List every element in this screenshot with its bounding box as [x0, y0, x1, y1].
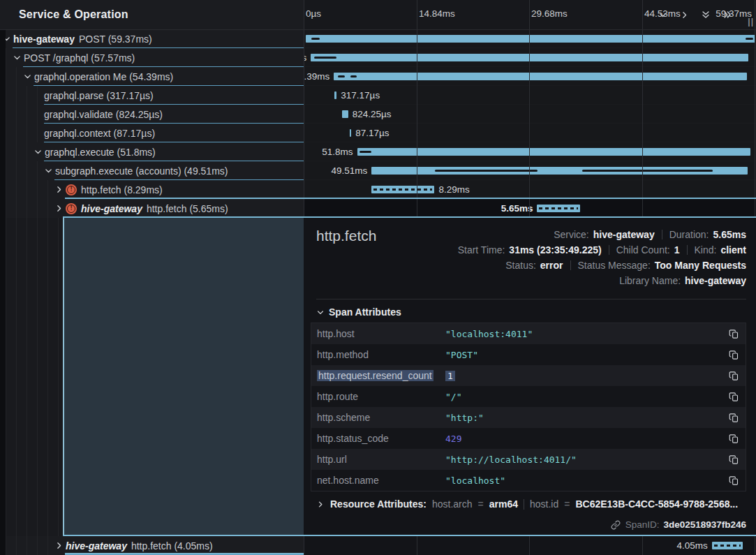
attribute-row: http.status_code429 — [311, 428, 746, 449]
span-operation-label: graphql.parse (317.17µs) — [44, 90, 154, 101]
indent-guide — [27, 105, 27, 124]
error-glyph: ! — [67, 186, 75, 194]
tree-row[interactable]: !hive-gatewayhttp.fetch (5.65ms) — [0, 199, 304, 218]
meta-label: Status Message: — [578, 260, 651, 271]
timeline-span-bar[interactable] — [334, 91, 336, 99]
timeline-span-bar[interactable] — [342, 110, 348, 118]
child-span-mark — [338, 75, 345, 77]
copy-icon[interactable] — [727, 474, 740, 487]
span-duration-label: 5.65ms — [501, 199, 533, 218]
copy-icon[interactable] — [727, 390, 740, 403]
link-icon[interactable] — [611, 519, 621, 530]
timeline-row: 51.8ms — [304, 142, 756, 161]
selected-span-expanded-area — [63, 218, 304, 536]
indent-guide — [16, 536, 17, 555]
left-panel-title: Service & Operation — [0, 8, 128, 21]
resource-attributes-title: Resource Attributes: — [330, 498, 427, 510]
chevron-down-icon[interactable] — [34, 147, 43, 156]
attribute-row: net.host.name"localhost" — [311, 470, 746, 491]
timeline-row: 87.17µs — [304, 124, 756, 142]
child-span-mark — [360, 151, 371, 153]
chevron-right-icon[interactable] — [54, 185, 64, 194]
attribute-row: http.method"POST" — [311, 344, 746, 365]
meta-label: Library Name: — [619, 275, 681, 286]
copy-icon[interactable] — [727, 453, 740, 466]
indent-guide — [16, 142, 17, 161]
timeline-row: 59.37ms — [304, 29, 756, 48]
tree-row[interactable]: graphql.validate (824.25µs) — [0, 105, 304, 124]
indent-guide — [16, 124, 17, 142]
span-duration-label: 8.29ms — [438, 180, 469, 199]
chevrons-right-icon[interactable] — [722, 10, 732, 20]
selected-text: 1 — [445, 371, 455, 381]
chevron-right-icon[interactable] — [54, 204, 64, 213]
tree-row[interactable]: !http.fetch (8.29ms) — [0, 180, 304, 199]
copy-icon[interactable] — [727, 411, 740, 424]
span-operation-label: graphql.execute (51.8ms) — [45, 147, 156, 158]
copy-icon[interactable] — [727, 369, 740, 382]
selection-border — [65, 198, 756, 199]
tree-row[interactable]: hive-gatewayPOST (59.37ms) — [0, 29, 304, 48]
error-icon: ! — [66, 203, 77, 214]
tree-row[interactable]: graphql.parse (317.17µs) — [0, 86, 304, 105]
attribute-value: "localhost:4011" — [445, 329, 727, 339]
selection-border — [63, 216, 756, 218]
timeline-span-bar[interactable] — [537, 205, 579, 212]
span-id-value: 3de02518937fb246 — [663, 519, 746, 530]
span-operation-label: POST (59.37ms) — [79, 34, 152, 45]
timeline-span-bar[interactable] — [306, 35, 755, 43]
copy-icon[interactable] — [727, 348, 740, 361]
chevron-right-icon[interactable] — [679, 10, 689, 20]
chevron-down-icon[interactable] — [23, 72, 32, 81]
timeline-span-bar[interactable] — [350, 129, 351, 137]
chevron-down-icon[interactable] — [44, 166, 53, 175]
attribute-row: http.url"http://localhost:4011/" — [311, 449, 746, 470]
chevron-down-icon — [316, 308, 325, 316]
chevron-right-icon[interactable] — [54, 541, 64, 550]
meta-value: Too Many Requests — [655, 260, 746, 271]
timeline-span-bar[interactable] — [371, 167, 748, 175]
tree-row[interactable]: hive-gatewayhttp.fetch (4.05ms) — [0, 536, 304, 555]
attribute-value: "http:" — [445, 413, 727, 423]
copy-icon[interactable] — [727, 327, 740, 340]
resource-equals: = — [478, 498, 484, 510]
panel-resize-handle[interactable]: || — [748, 17, 754, 27]
tree-row[interactable]: graphql.context (87.17µs) — [0, 124, 304, 142]
meta-divider — [687, 245, 688, 255]
attribute-value: 429 — [445, 434, 727, 444]
tree-row[interactable]: subgraph.execute (accounts) (49.51ms) — [0, 161, 304, 180]
chevron-down-icon[interactable] — [658, 10, 667, 20]
meta-label: Duration: — [669, 229, 709, 240]
resource-attributes-row[interactable]: Resource Attributes: host.arch=arm64host… — [316, 498, 738, 510]
chevron-down-icon[interactable] — [13, 53, 22, 62]
resource-value: BC62E13B-C4CC-5854-9788-2568... — [575, 498, 738, 510]
indent-guide — [6, 536, 6, 555]
span-attributes-header[interactable]: Span Attributes — [316, 306, 401, 318]
attribute-value: 1 — [445, 371, 727, 381]
tree-row[interactable]: POST /graphql (57.57ms) — [0, 48, 304, 67]
meta-value: 5.65ms — [713, 229, 746, 240]
attribute-row: http.scheme"http:" — [311, 407, 746, 428]
timeline-row: 57.57ms — [304, 48, 756, 67]
attribute-key: http.url — [317, 454, 445, 465]
span-duration-label: 54.39ms — [304, 67, 329, 86]
tree-row[interactable]: graphql.operation Me (54.39ms) — [0, 67, 304, 86]
indent-guide — [16, 161, 17, 180]
timeline-span-bar[interactable] — [334, 73, 747, 80]
timeline-span-bar[interactable] — [371, 186, 434, 193]
indent-guide — [6, 199, 6, 218]
tree-expanded-gap — [6, 218, 63, 536]
span-attributes-title: Span Attributes — [329, 306, 401, 318]
resource-divider — [524, 499, 524, 510]
span-duration-label: 87.17µs — [355, 124, 389, 142]
timeline-span-bar[interactable] — [712, 542, 743, 549]
meta-value: client — [720, 244, 746, 256]
meta-divider — [609, 245, 609, 255]
indent-guide — [16, 218, 17, 536]
chevrons-down-icon[interactable] — [701, 10, 711, 20]
copy-icon[interactable] — [727, 432, 740, 445]
tree-collapse-controls — [658, 10, 732, 20]
tree-row[interactable]: graphql.execute (51.8ms) — [0, 142, 304, 161]
indent-guide — [27, 142, 27, 161]
indent-guide — [47, 218, 48, 536]
